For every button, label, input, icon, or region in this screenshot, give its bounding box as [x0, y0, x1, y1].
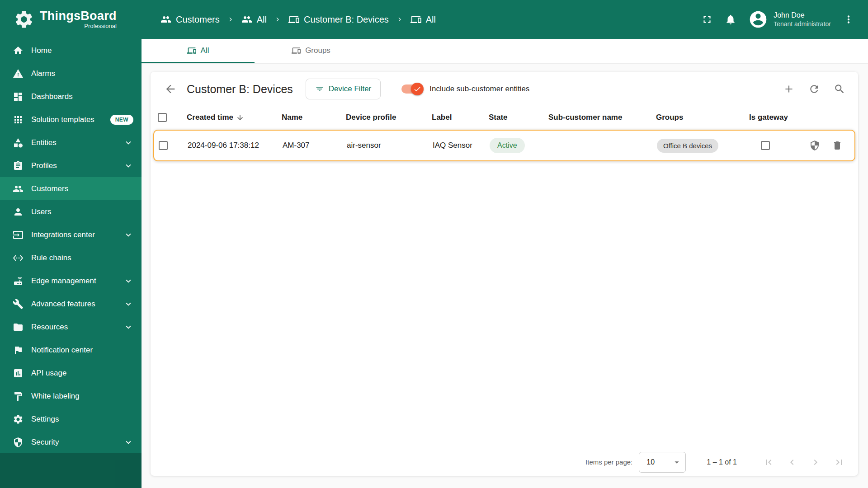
- security-shield-icon: [13, 437, 24, 448]
- column-header-groups[interactable]: Groups: [656, 113, 749, 122]
- sidebar-item-advanced-features[interactable]: Advanced features: [0, 292, 142, 315]
- sidebar-item-notification-center[interactable]: Notification center: [0, 338, 142, 361]
- logo[interactable]: ThingsBoard Professional: [0, 0, 142, 39]
- cell-device-profile: air-sensor: [347, 141, 433, 150]
- sidebar-item-white-labeling[interactable]: White labeling: [0, 385, 142, 408]
- trash-icon: [832, 140, 843, 151]
- cell-state: Active: [490, 138, 549, 153]
- white-labeling-icon: [13, 391, 24, 402]
- is-gateway-checkbox[interactable]: [761, 141, 770, 150]
- sidebar-item-entities[interactable]: Entities: [0, 131, 142, 154]
- device-filter-button[interactable]: Device Filter: [306, 79, 381, 99]
- items-per-page-select[interactable]: 10: [639, 452, 686, 473]
- breadcrumb-item-all-customers[interactable]: All: [241, 14, 267, 25]
- delete-button[interactable]: [832, 140, 843, 151]
- first-page-button[interactable]: [763, 457, 774, 468]
- cell-is-gateway: [750, 141, 809, 150]
- devices-icon: [410, 14, 421, 25]
- back-button[interactable]: [164, 83, 177, 95]
- fullscreen-button[interactable]: [701, 14, 713, 25]
- sidebar-item-home[interactable]: Home: [0, 39, 142, 62]
- devices-icon: [288, 14, 299, 25]
- group-chip[interactable]: Office B devices: [657, 139, 718, 153]
- top-bar: Customers All Customer B: Devices All: [142, 0, 868, 39]
- last-page-icon: [834, 457, 844, 468]
- breadcrumb-item-all-devices[interactable]: All: [410, 14, 436, 25]
- sidebar-item-dashboards[interactable]: Dashboards: [0, 85, 142, 108]
- customers-icon: [241, 14, 252, 25]
- sidebar-item-label: Rule chains: [31, 253, 71, 263]
- more-menu-button[interactable]: [843, 14, 854, 25]
- chevron-down-icon: [123, 437, 133, 447]
- last-page-button[interactable]: [834, 457, 844, 468]
- chevron-down-icon: [123, 161, 133, 171]
- sidebar-item-alarms[interactable]: Alarms: [0, 62, 142, 85]
- devices-card: Customer B: Devices Device Filter Includ…: [151, 72, 858, 476]
- settings-gear-icon: [13, 414, 24, 425]
- include-sub-customer-toggle[interactable]: [401, 84, 422, 94]
- sidebar-item-label: Security: [31, 438, 59, 447]
- sidebar-item-security[interactable]: Security: [0, 431, 142, 454]
- integrations-icon: [13, 230, 24, 240]
- next-page-button[interactable]: [810, 457, 821, 468]
- sidebar-item-label: Entities: [31, 138, 57, 147]
- breadcrumb-item-customer-b-devices[interactable]: Customer B: Devices: [288, 14, 389, 25]
- sidebar-item-settings[interactable]: Settings: [0, 408, 142, 431]
- user-menu[interactable]: John Doe Tenant administrator: [748, 9, 831, 29]
- column-header-state[interactable]: State: [489, 113, 548, 122]
- notifications-button[interactable]: [725, 14, 736, 25]
- logo-subtitle: Professional: [84, 23, 117, 29]
- column-header-device-profile[interactable]: Device profile: [346, 113, 432, 122]
- breadcrumb-item-customers[interactable]: Customers: [160, 14, 220, 25]
- customers-icon: [160, 14, 171, 25]
- breadcrumb-label: Customers: [176, 14, 220, 25]
- breadcrumb-separator-icon: [226, 15, 235, 23]
- tab-label: Groups: [305, 46, 330, 55]
- column-header-name[interactable]: Name: [282, 113, 346, 122]
- sidebar-item-label: Notification center: [31, 346, 93, 355]
- search-button[interactable]: [834, 83, 845, 95]
- bell-icon: [725, 14, 736, 25]
- tab-all[interactable]: All: [142, 39, 255, 63]
- cell-groups: Office B devices: [657, 139, 750, 153]
- column-header-created-time[interactable]: Created time: [187, 113, 282, 122]
- breadcrumb-label: All: [426, 14, 436, 25]
- row-checkbox[interactable]: [159, 141, 168, 150]
- chevron-down-icon: [123, 322, 133, 332]
- sidebar-item-solution-templates[interactable]: Solution templates NEW: [0, 108, 142, 131]
- sidebar-item-profiles[interactable]: Profiles: [0, 154, 142, 177]
- page-title: Customer B: Devices: [187, 83, 293, 96]
- table-row[interactable]: 2024-09-06 17:38:12 AM-307 air-sensor IA…: [153, 130, 855, 161]
- devices-icon: [292, 46, 301, 55]
- sidebar-item-label: Resources: [31, 323, 68, 332]
- sidebar-item-users[interactable]: Users: [0, 200, 142, 223]
- advanced-features-icon: [13, 299, 24, 310]
- column-header-label[interactable]: Label: [432, 113, 489, 122]
- pagination-controls: [763, 457, 844, 468]
- sidebar-item-resources[interactable]: Resources: [0, 315, 142, 338]
- breadcrumb-separator-icon: [274, 15, 282, 23]
- header-checkbox-cell: [158, 113, 187, 122]
- sidebar-item-customers[interactable]: Customers: [0, 177, 142, 200]
- select-all-checkbox[interactable]: [158, 113, 167, 122]
- entities-icon: [13, 137, 24, 148]
- sidebar-item-label: Home: [31, 46, 52, 55]
- api-usage-icon: [13, 368, 24, 379]
- column-header-is-gateway[interactable]: Is gateway: [749, 113, 808, 122]
- add-entity-button[interactable]: [783, 83, 795, 95]
- sidebar-item-edge-management[interactable]: Edge management: [0, 269, 142, 292]
- refresh-icon: [808, 83, 820, 95]
- sidebar-item-rule-chains[interactable]: Rule chains: [0, 246, 142, 269]
- column-header-sub-customer[interactable]: Sub-customer name: [548, 113, 656, 122]
- tab-groups[interactable]: Groups: [255, 39, 368, 63]
- sidebar-item-integrations-center[interactable]: Integrations center: [0, 223, 142, 246]
- more-vertical-icon: [843, 14, 854, 25]
- sidebar-item-label: Customers: [31, 184, 68, 193]
- manage-credentials-button[interactable]: [809, 140, 820, 151]
- refresh-button[interactable]: [808, 83, 820, 95]
- cell-name: AM-307: [283, 141, 347, 150]
- chevron-down-icon: [123, 138, 133, 148]
- sidebar-item-api-usage[interactable]: API usage: [0, 361, 142, 385]
- previous-page-button[interactable]: [787, 457, 797, 468]
- chevron-down-icon: [123, 276, 133, 286]
